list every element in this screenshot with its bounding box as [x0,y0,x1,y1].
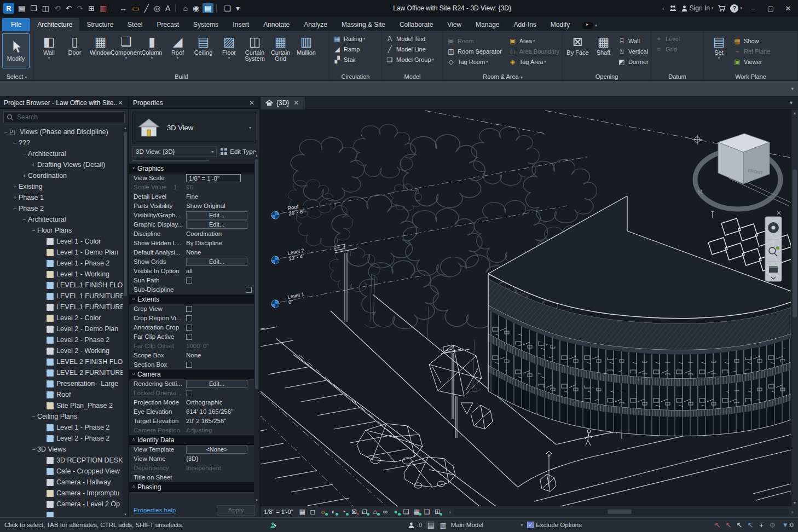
tree-item[interactable]: Site Plan_Phase 2 [0,400,128,411]
exclude-options-toggle[interactable]: ✓ Exclude Options [527,522,582,528]
property-row[interactable]: » Target Elevation 20' 2 165/256" 20' 2 … [129,417,254,426]
editable-only-icon[interactable] [270,522,277,529]
section-collapse-icon[interactable]: » [131,167,136,169]
drag-on-selection-icon[interactable]: + [756,521,767,529]
tree-expander[interactable]: − [30,227,37,234]
qat-button[interactable]: ▤ [203,3,213,13]
qat-button[interactable]: ▾ [234,3,242,13]
property-edit-button[interactable]: Edit... [186,211,247,219]
tree-item[interactable]: Camera - Hallway [0,477,128,488]
property-value[interactable]: 1000' 0" [186,343,254,349]
checkbox-checked-icon[interactable]: ✓ [527,522,534,528]
tree-item[interactable]: − 3D Views [0,444,128,455]
ribbon-button[interactable]: ❏ Model Group ▾ [384,54,435,65]
tree-item[interactable]: Level 1 - Phase 2 [0,258,128,269]
panel-label-model[interactable]: Model [382,73,443,80]
tree-expander[interactable]: − [2,129,9,135]
ribbon-tab[interactable]: Precast [149,18,186,31]
view-tab-3d[interactable]: {3D} ✕ [261,97,305,109]
property-edit-button[interactable]: Edit... [186,380,247,388]
panel-label-opening[interactable]: Opening [563,73,651,80]
scroll-left-icon[interactable]: ‹ [447,509,454,515]
compass-north-label[interactable]: N [697,188,703,196]
tree-expander[interactable]: − [21,151,28,157]
qat-button[interactable] [175,4,178,13]
panel-label-room-area[interactable]: Room & Area ▾ [443,73,562,80]
qat-button[interactable]: ⊞ [86,3,97,13]
scroll-right-icon[interactable]: › [789,509,796,515]
tab-file[interactable]: File [2,18,30,31]
ribbon-tab[interactable]: View [440,18,469,31]
tree-expander[interactable]: − [11,205,19,212]
property-value[interactable]: None [186,249,254,256]
modify-button[interactable]: Modify [2,33,30,68]
section-collapse-icon[interactable]: » [131,373,136,375]
qat-button[interactable]: A [164,3,172,13]
property-value[interactable]: By Discipline [186,240,254,246]
qat-button[interactable]: ▤ [16,3,27,13]
ribbon-button[interactable]: ◧ Wall ▾ [36,33,62,60]
panel-label-work-plane[interactable]: Work Plane [704,73,797,80]
property-row[interactable]: » View Scale 1/8" = 1'-0" 1/8" = 1'-0" [129,174,254,183]
properties-hscrollbar[interactable] [132,159,256,162]
property-row[interactable]: » View Template <None> <None> [129,445,254,454]
section-collapse-icon[interactable]: » [131,298,136,300]
canvas-hscrollbar[interactable]: ‹ › [447,506,796,517]
ribbon-button[interactable]: ▣ Viewer ▾ [732,56,771,67]
tree-item[interactable]: LEVEL 1 FINISH FLOOR [0,280,128,291]
tree-item[interactable]: − Views (Phase and Discipline) [0,126,128,137]
property-row[interactable]: » Camera [129,369,254,379]
close-icon[interactable]: ✕ [292,99,300,107]
qat-button[interactable] [112,4,115,13]
section-collapse-icon[interactable]: » [131,439,136,441]
property-row[interactable]: » Graphic Display... Edit... Edit... [129,220,254,229]
property-row[interactable]: » Extents [129,294,254,304]
tree-item[interactable]: + Existing [0,181,128,192]
tree-expander[interactable]: + [11,183,19,190]
scroll-up-icon[interactable]: ▲ [791,109,798,117]
ribbon-button[interactable]: ❏ Component ▾ [113,33,139,60]
ribbon-tab[interactable]: Insert [225,18,256,31]
detail-level-icon[interactable]: ▦ [297,508,308,516]
view-scale-button[interactable]: 1/8" = 1'-0" [263,508,297,515]
property-row[interactable]: » Scale Value 1: 96 96 [129,183,254,192]
property-row[interactable]: » Sun Path [129,276,254,285]
property-value[interactable]: Coordination [186,230,254,237]
properties-titlebar[interactable]: Properties ✕ [129,97,259,109]
property-edit-button[interactable]: <None> [186,446,247,454]
qat-button[interactable] [216,4,219,13]
ribbon-button[interactable]: ◇ Tag Room ▾ [446,56,503,67]
sun-settings-icon[interactable]: ☼ [318,508,328,516]
tree-item[interactable]: Level 1 - Working [0,269,128,280]
selection-settings-icon[interactable]: ⚙ [767,521,778,529]
property-value[interactable]: all [186,268,254,274]
property-value[interactable]: Adjusting [186,427,254,433]
tree-item[interactable]: Cafe - Cropped View [0,466,128,477]
close-icon[interactable] [777,211,780,215]
tree-item[interactable]: Camera - Impromptu [0,488,128,499]
ribbon-button[interactable]: ⌸ Wall ▾ [616,36,650,46]
property-row[interactable]: » Show Hidden L... By Discipline By Disc… [129,239,254,248]
property-checkbox[interactable] [186,306,192,312]
ribbon-button[interactable]: ◢ Roof ▾ [165,33,190,60]
property-row[interactable]: » Identity Data [129,435,254,445]
property-row[interactable]: » Annotation Crop [129,323,254,332]
browser-search-input[interactable]: Search [3,111,125,123]
ribbon-button[interactable]: ◫ Room Separator ▾ [446,46,503,56]
ribbon-button[interactable]: ◈ Tag Area ▾ [507,56,560,67]
ribbon-button[interactable]: ▨ Floor ▾ [216,33,242,60]
scroll-track[interactable] [454,508,789,515]
property-checkbox[interactable] [186,390,192,396]
ribbon-tab[interactable]: Steel [120,18,149,31]
tree-item[interactable]: − Floor Plans [0,225,128,236]
level-markers[interactable] [271,211,279,308]
view-cube[interactable]: N FRONT [695,134,780,209]
panel-label-select[interactable]: Select ▾ [0,73,33,80]
property-row[interactable]: » View Name {3D} {3D} [129,454,254,464]
panel-label-datum[interactable]: Datum [651,73,703,80]
tree-expander[interactable]: − [11,140,19,146]
ribbon-button[interactable]: ▤ Set ▾ [706,33,732,60]
property-row[interactable]: » Projection Mode Orthographic Orthograp… [129,398,254,407]
property-checkbox[interactable] [186,315,192,321]
wireframe-cars[interactable] [357,424,455,488]
